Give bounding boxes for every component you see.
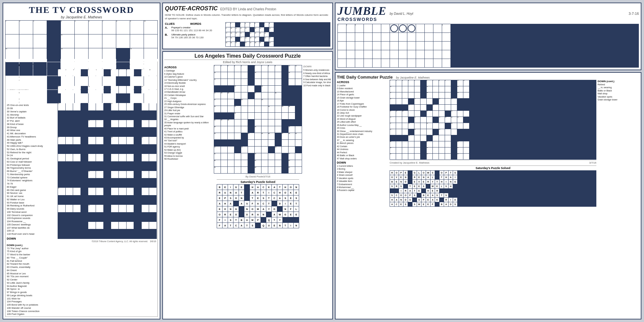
dc-solved-cell: E <box>435 184 439 188</box>
la-saturday-solved-title: Saturday's Puzzle Solved <box>217 180 299 184</box>
solved-cell: N <box>239 195 244 201</box>
dc-solved-cell: T <box>435 180 439 184</box>
dc-solved-cell: T <box>408 184 412 188</box>
dc-solved-cell: A <box>408 189 412 193</box>
solved-cell: O <box>217 212 222 217</box>
across-clue-15: 32 Burl of ballads <box>7 116 56 119</box>
dc-solved-cell: H <box>390 198 394 202</box>
across-clue-31: 68 Trigonometry terms <box>7 166 56 170</box>
dc-solved-cell <box>403 184 408 188</box>
qa-clue-a-text: Popeye's creator <box>171 26 212 29</box>
dc-solved-grid: ROPEGLOWSOPTSOVENRENALTHAIBENDEVERYTHING… <box>390 170 596 207</box>
across-clue-50: 107 What barbfles do <box>7 226 56 230</box>
solved-cell: E <box>288 201 293 206</box>
solved-cell: P <box>223 195 228 201</box>
dc-solved-cell: O <box>421 171 426 175</box>
dc-solved-cell <box>408 171 412 175</box>
solved-cell: A <box>255 185 260 190</box>
across-clue-44: 99 Dairy sounds <box>7 207 56 211</box>
dc-solved-cell <box>421 189 426 193</box>
dc-solved-cell: E <box>417 175 421 179</box>
dc-solved-cell: P <box>421 198 426 202</box>
dc-solved-cell: L <box>417 171 421 175</box>
dc-solved-cell: I <box>444 180 448 184</box>
dc-solved-cell: P <box>408 193 412 197</box>
solved-cell: F <box>217 223 222 228</box>
solved-cell: E <box>255 195 260 201</box>
solved-cell: T <box>250 195 255 201</box>
solved-cell <box>244 195 250 201</box>
solved-cell: O <box>223 206 228 212</box>
solved-cell: N <box>277 223 282 228</box>
solved-cell: A <box>250 190 255 195</box>
dc-solved-cell: N <box>449 180 453 184</box>
dc-solved-cell: E <box>412 180 417 184</box>
dc-solved-cell: S <box>390 184 394 188</box>
solved-cell <box>239 206 244 212</box>
across-clue-17: 38 Kind of bean <box>7 123 56 126</box>
dc-solved-cell <box>435 171 439 175</box>
solved-cell: E <box>294 190 299 195</box>
tv-crossword-title: THE TV CROSSWORD <box>5 5 158 15</box>
solved-cell: Q <box>261 223 266 228</box>
dc-solved-cell: H <box>426 189 430 193</box>
solved-cell: A <box>239 201 244 206</box>
solved-cell: O <box>233 212 239 217</box>
tv-crossword-byline: by Jacqueline E. Mathews <box>5 15 158 19</box>
across-clue-34: 73 Celestial sphere <box>7 176 56 179</box>
across-clue-19: 40 Wise one <box>7 129 56 132</box>
solved-cell: O <box>244 212 250 217</box>
across-clue-22: 48 Stair parts <box>7 138 56 142</box>
solved-cell: E <box>239 185 244 190</box>
dc-solved-cell: S <box>390 193 394 197</box>
dc-solved-cell <box>408 180 412 184</box>
across-clue-27: 54 24 <box>7 154 56 157</box>
solved-cell: S <box>228 195 233 201</box>
solved-cell: I <box>288 223 293 228</box>
solved-cell: T <box>294 201 299 206</box>
across-clue-39: 90 Novice: var. <box>7 192 56 195</box>
dc-solved-cell: R <box>412 175 417 179</box>
across-clue-51: 109 13 <box>7 229 56 232</box>
dc-solved-cell: K <box>435 198 439 202</box>
dc-solved-cell <box>435 175 439 179</box>
solved-cell: L <box>294 206 299 212</box>
qa-clue-b-text: Ultimate party palace <box>171 33 204 36</box>
solved-cell: I <box>223 217 228 223</box>
across-clue-32: 69 Burns' '__ O'Shanter' <box>7 170 56 173</box>
across-clue-25: 52 Own, to Burns <box>7 148 56 151</box>
solved-cell: K <box>217 206 222 212</box>
across-clue-52: 116 Roof over one's head <box>7 232 56 236</box>
dc-solved-cell: S <box>453 171 457 175</box>
qa-grid: 1 2 3 4 5 6 7 8 9 10 11 12 <box>225 22 330 47</box>
solved-cell: M <box>255 206 260 212</box>
across-clue-35: 74 Estonians' neighbors <box>7 179 56 182</box>
solved-cell: F <box>217 217 222 223</box>
qa-howto: HOW TO SOLVE: Define clues in Words colu… <box>165 13 330 20</box>
solved-cell: G <box>283 212 288 217</box>
la-edited: Edited by Rich Norris and Joyce Lewis <box>164 61 331 64</box>
across-clue-13: 30 Verne's captain <box>7 110 56 113</box>
across-clue-45: 100 Terminal word <box>7 211 56 214</box>
across-clue-29: 63 Cow or mall follower <box>7 160 56 164</box>
dc-created-by: Created by Jacqueline E. Mathews <box>390 161 430 164</box>
solved-cell <box>294 217 299 223</box>
dc-solved-cell: S <box>444 193 448 197</box>
dc-solved-cell <box>453 193 457 197</box>
dc-solved-cell: N <box>421 175 426 179</box>
dc-solved-cell: E <box>417 189 421 193</box>
dc-solved-cell: W <box>431 184 435 188</box>
solved-cell: G <box>233 185 239 190</box>
dc-solved-cell: D <box>403 180 408 184</box>
dc-solved-cell: A <box>426 175 430 179</box>
solved-cell: N <box>283 206 288 212</box>
solved-cell: N <box>294 185 299 190</box>
solved-cell: A <box>272 212 277 217</box>
jumble-panel: JUMBLE CROSSWORDS by David L. Hoyt 3-7-1… <box>335 3 641 70</box>
dc-solved-cell: I <box>399 189 403 193</box>
across-clue-23: 49 Happy talk? <box>7 141 56 145</box>
dc-solved-cell: Y <box>431 180 435 184</box>
dc-solved-cell: S <box>412 193 417 197</box>
dc-solved-cell: H <box>444 175 448 179</box>
across-clue-38: 89 Old card game <box>7 189 56 192</box>
